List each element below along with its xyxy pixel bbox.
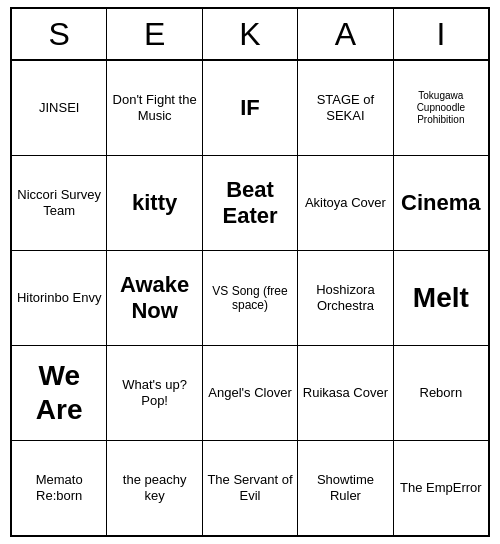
header-letter-I: I — [394, 9, 488, 59]
bingo-row-3: We AreWhat's up? Pop!Angel's CloverRuika… — [12, 346, 488, 441]
bingo-cell-3-0: We Are — [12, 346, 107, 440]
bingo-cell-0-1: Don't Fight the Music — [107, 61, 202, 155]
bingo-cell-3-2: Angel's Clover — [203, 346, 298, 440]
bingo-row-1: Niccori Survey TeamkittyBeat EaterAkitoy… — [12, 156, 488, 251]
bingo-cell-1-0: Niccori Survey Team — [12, 156, 107, 250]
bingo-row-0: JINSEIDon't Fight the MusicIFSTAGE of SE… — [12, 61, 488, 156]
bingo-cell-1-3: Akitoya Cover — [298, 156, 393, 250]
bingo-grid: JINSEIDon't Fight the MusicIFSTAGE of SE… — [12, 61, 488, 535]
bingo-cell-0-0: JINSEI — [12, 61, 107, 155]
bingo-cell-1-2: Beat Eater — [203, 156, 298, 250]
bingo-cell-1-1: kitty — [107, 156, 202, 250]
bingo-cell-2-3: Hoshizora Orchestra — [298, 251, 393, 345]
header-letter-S: S — [12, 9, 107, 59]
bingo-cell-3-1: What's up? Pop! — [107, 346, 202, 440]
bingo-cell-4-2: The Servant of Evil — [203, 441, 298, 535]
bingo-cell-4-0: Memato Re:born — [12, 441, 107, 535]
bingo-cell-0-2: IF — [203, 61, 298, 155]
header-letter-A: A — [298, 9, 393, 59]
header-letter-E: E — [107, 9, 202, 59]
bingo-cell-2-4: Melt — [394, 251, 488, 345]
bingo-cell-4-3: Showtime Ruler — [298, 441, 393, 535]
bingo-cell-2-2: VS Song (free space) — [203, 251, 298, 345]
bingo-cell-2-1: Awake Now — [107, 251, 202, 345]
bingo-cell-0-4: Tokugawa Cupnoodle Prohibition — [394, 61, 488, 155]
bingo-cell-4-4: The EmpError — [394, 441, 488, 535]
bingo-card: SEKAI JINSEIDon't Fight the MusicIFSTAGE… — [10, 7, 490, 537]
bingo-cell-3-3: Ruikasa Cover — [298, 346, 393, 440]
bingo-row-2: Hitorinbo EnvyAwake NowVS Song (free spa… — [12, 251, 488, 346]
bingo-header: SEKAI — [12, 9, 488, 61]
bingo-cell-0-3: STAGE of SEKAI — [298, 61, 393, 155]
bingo-cell-3-4: Reborn — [394, 346, 488, 440]
header-letter-K: K — [203, 9, 298, 59]
bingo-row-4: Memato Re:bornthe peachy keyThe Servant … — [12, 441, 488, 535]
bingo-cell-2-0: Hitorinbo Envy — [12, 251, 107, 345]
bingo-cell-1-4: Cinema — [394, 156, 488, 250]
bingo-cell-4-1: the peachy key — [107, 441, 202, 535]
